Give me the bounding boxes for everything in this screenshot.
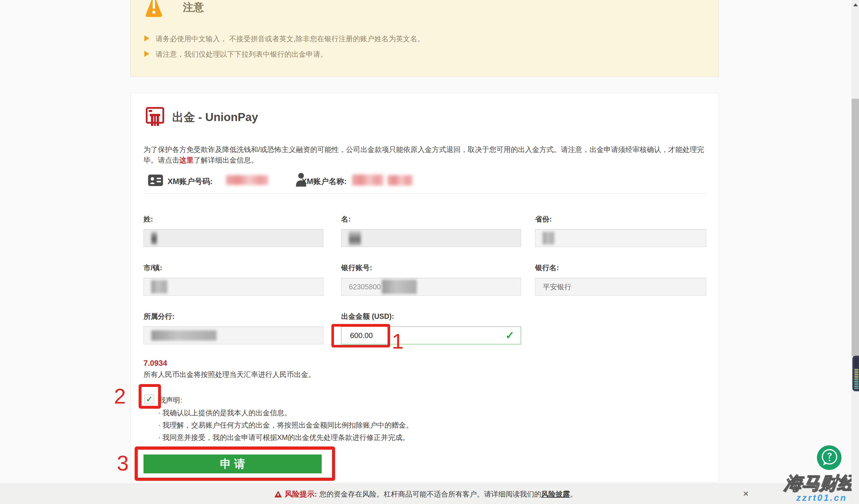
bank-account-label: 银行账号: (341, 263, 372, 272)
notice-title: 注意 (183, 0, 204, 15)
city-label: 市/镇: (144, 263, 162, 272)
branch-label: 所属分行: (144, 312, 175, 321)
declaration-item: ·我理解，交易账户任何方式的出金，将按照出金金额同比例扣除账户中的赠金。 (159, 421, 413, 430)
exchange-rate: 7.0934 (144, 359, 167, 368)
edge-extension-widget[interactable] (853, 356, 859, 391)
notice-item: 请注意，我们仅处理以下下拉列表中银行的出金申请。 (145, 49, 327, 59)
exchange-rate-note: 所有人民币出金将按照处理当天汇率进行人民币出金。 (144, 370, 315, 379)
declaration-item: ·我确认以上提供的是我本人的出金信息。 (159, 408, 291, 418)
svg-text:?: ? (827, 451, 832, 460)
branch-field[interactable] (144, 327, 323, 344)
city-redacted (151, 280, 167, 293)
valid-check-icon: ✓ (505, 330, 514, 341)
id-card-icon (148, 175, 163, 186)
checkmark-icon: ✓ (146, 395, 153, 404)
branch-redacted (151, 330, 216, 341)
withdrawal-card: 出金 - UnionPay 为了保护各方免受欺诈及降低洗钱和/或恐怖主义融资的可… (130, 93, 719, 482)
widget-stripes-teal (855, 379, 858, 389)
province-label: 省份: (535, 214, 706, 224)
bank-name-label: 银行名: (535, 263, 706, 272)
annotation-step-3: 3 (117, 453, 129, 474)
risk-label: 风险提示: (285, 489, 317, 499)
watermark-url: zzrt01.cn (796, 493, 847, 503)
details-link[interactable]: 这里 (179, 156, 194, 164)
notice-box: 注意 请务必使用中文输入， 不接受拼音或者英文,除非您在银行注册的账户姓名为英文… (130, 0, 719, 77)
arrow-bullet-icon (145, 35, 149, 42)
card-header: 出金 - UnionPay (146, 107, 258, 127)
scrollbar-thumb[interactable] (852, 99, 859, 356)
annotation-step-2: 2 (114, 386, 126, 407)
bank-account-field[interactable]: 62305800 (341, 278, 521, 296)
widget-stripes-dark (855, 358, 858, 369)
scrollbar-up-arrow[interactable] (853, 3, 858, 6)
bank-name-field[interactable]: 平安银行 (535, 278, 706, 296)
bank-account-redacted (382, 280, 417, 294)
firstname-field[interactable] (341, 229, 521, 247)
watermark-title: 海马财经 (783, 471, 857, 495)
risk-warning-icon (274, 491, 282, 498)
help-bubble-icon: ? (817, 445, 842, 470)
notice-item: 请务必使用中文输入， 不接受拼音或者英文,除非您在银行注册的账户姓名为英文名。 (145, 34, 424, 43)
lastname-redacted (151, 232, 157, 245)
amount-value: 600.00 (350, 331, 373, 340)
declaration-label: 我声明: (159, 395, 182, 405)
divider (144, 193, 706, 194)
close-icon[interactable]: × (740, 487, 752, 500)
account-name-label: XM账户名称: (302, 176, 347, 187)
lastname-label: 姓: (144, 214, 153, 224)
declaration-checkbox[interactable]: ✓ (145, 394, 154, 404)
province-field[interactable] (535, 229, 706, 247)
risk-disclosure-link[interactable]: 风险披露 (541, 489, 570, 499)
bank-icon (146, 107, 164, 127)
widget-stripes-yellow (855, 369, 858, 379)
amount-field[interactable]: 600.00 ✓ (341, 327, 521, 344)
arrow-bullet-icon (145, 51, 149, 57)
xm-account-row: XM账户号码: XM账户名称: (144, 172, 709, 188)
warning-triangle-icon (145, 0, 163, 17)
province-redacted (543, 232, 554, 245)
page-title: 出金 - UnionPay (172, 109, 258, 125)
amount-label: 出金金额 (USD): (341, 312, 394, 321)
firstname-label: 名: (341, 214, 351, 224)
submit-button[interactable]: 申请 (144, 455, 322, 473)
account-name-redacted (352, 175, 383, 186)
account-number-redacted (226, 175, 268, 185)
account-number-label: XM账户号码: (168, 176, 213, 187)
help-button[interactable]: ? (817, 445, 842, 470)
declaration-item: ·我同意并接受，我的出金申请可根据XM的出金优先处理条款进行修正并完成。 (159, 433, 410, 442)
risk-warning-bar: 风险提示: 您的资金存在风险。杠杆商品可能不适合所有客户。请详细阅读我们的 风险… (0, 484, 852, 504)
account-name-redacted (388, 175, 413, 186)
city-field[interactable] (144, 278, 323, 296)
annotation-step-1: 1 (392, 331, 404, 352)
lastname-field[interactable] (144, 229, 323, 247)
firstname-redacted (349, 231, 361, 245)
card-description: 为了保护各方免受欺诈及降低洗钱和/或恐怖主义融资的可能性，公司出金款项只能依原入… (144, 144, 709, 166)
